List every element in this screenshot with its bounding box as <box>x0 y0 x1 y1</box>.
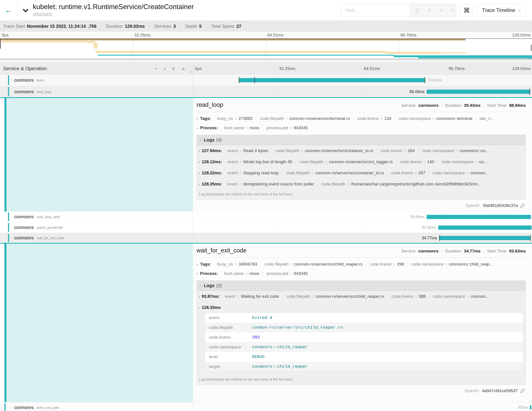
span-bar[interactable] <box>427 215 531 219</box>
trace-minimap[interactable] <box>0 39 532 59</box>
span-name-cell[interactable]: conmonrs watch_grandchild <box>0 222 193 233</box>
minimap-span-segment <box>1 41 95 43</box>
log-entry[interactable]: › 128.12ms: event=Wrote log line of leng… <box>197 156 526 167</box>
span-color-accent <box>8 75 9 85</box>
back-arrow-icon: ← <box>5 6 13 15</box>
minimap-span-segment <box>0 39 466 40</box>
span-row-wait-for-exit-code: conmonrs wait_for_exit_code 34.77ms <box>0 233 532 244</box>
expand-one-icon[interactable]: › <box>164 66 165 72</box>
minimap-spacer <box>0 59 532 63</box>
span-name-cell[interactable]: conmonrs read_loop <box>0 86 193 97</box>
minimap-scrubber-right-handle[interactable] <box>531 45 532 51</box>
find-controls: ◎ ∧ ∨ × <box>409 4 456 16</box>
minimap-span-segment <box>385 52 440 54</box>
keyboard-shortcuts-button[interactable]: ⌘ <box>460 4 473 17</box>
tags-row[interactable]: › Tags: busy_ns=34506763 code.filepath=c… <box>197 260 526 269</box>
logs-header[interactable]: › Logs (2) <box>197 281 526 291</box>
service-operation-header: Service & Operation › › » » ∥ <box>0 63 193 74</box>
chevron-right-icon: › <box>199 294 200 299</box>
detail-meta: Service:conmonrs Duration:34.77ms Start … <box>401 249 526 254</box>
span-timeline-cell[interactable]: 34.77ms <box>193 233 532 243</box>
logs-section: › Logs (4) › 127.94ms: event=Read 4 byte… <box>197 135 526 200</box>
span-timeline-cell[interactable]: 39.43ms <box>193 86 532 97</box>
log-entry-expanded-header[interactable]: › 128.33ms <box>197 302 526 311</box>
back-button[interactable]: ← <box>0 0 17 20</box>
span-bar[interactable] <box>439 236 531 240</box>
logs-footnote: Log timestamps are relative to the start… <box>197 190 526 199</box>
find-prev-icon[interactable]: ∧ <box>428 7 431 13</box>
process-row[interactable]: › Process: host.name=nixos process.pid=9… <box>197 123 526 133</box>
span-detail-read-loop: read_loop Service:conmonrs Duration:39.4… <box>0 98 532 212</box>
expand-collapse-controls: › › » » <box>155 66 185 72</box>
operation-name: read_loop_stdin <box>37 215 60 219</box>
chevron-down-icon: › <box>197 307 202 308</box>
chevron-right-icon: › <box>197 262 198 267</box>
tick-label: 96.76ms <box>400 33 417 38</box>
process-row[interactable]: › Process: host.name=nixos process.pid=9… <box>197 269 526 278</box>
span-bar[interactable] <box>530 405 531 410</box>
span-bar[interactable] <box>239 78 425 82</box>
detail-indent-column <box>0 244 193 402</box>
log-entry[interactable]: › 127.94ms: event=Read 4 bytes code.file… <box>197 145 526 156</box>
collapse-one-icon[interactable]: › <box>153 68 159 69</box>
view-selector-button[interactable]: Trace Timeline ⌄ <box>477 4 526 17</box>
log-marker <box>255 77 255 83</box>
tick-label: 0μs <box>2 33 9 38</box>
timeline-header: 0μs 32.25ms 64.51ms 96.76ms 129.02ms <box>193 63 532 74</box>
chevron-right-icon: › <box>199 148 200 153</box>
span-timeline-cell[interactable]: 39.69ms <box>193 212 532 222</box>
tick-label: 129.02ms <box>512 66 531 71</box>
tick-label: 64.51ms <box>267 33 284 38</box>
span-name-cell[interactable]: conmonrs read_loop_stdin <box>0 212 193 222</box>
copy-link-icon[interactable] <box>520 388 525 393</box>
log-entry[interactable]: › 93.87ms: event=Waiting for exit code c… <box>197 291 526 302</box>
minimap-span-segment <box>439 52 466 53</box>
tick-label: 0μs <box>195 66 202 71</box>
log-marker <box>425 77 425 83</box>
expand-all-icon[interactable]: » <box>182 66 185 72</box>
divider <box>150 24 150 29</box>
chevron-down-icon: › <box>198 139 203 141</box>
span-bar[interactable] <box>438 225 532 230</box>
detail-panel: wait_for_exit_code Service:conmonrs Dura… <box>193 244 532 402</box>
span-timeline-cell[interactable]: 70.91ms <box>193 74 532 86</box>
span-name-cell[interactable]: conmonrs write_exit_path <box>0 402 193 411</box>
column-resizer-grip[interactable]: ∥ <box>190 70 192 74</box>
span-row-listen: conmonrs listen 70.91ms <box>0 74 532 86</box>
operation-name: watch_grandchild <box>37 225 63 229</box>
find-box: ◎ ∧ ∨ × <box>341 4 456 17</box>
tags-row[interactable]: › Tags: busy_ns=273882 code.filepath=con… <box>197 114 526 123</box>
find-clear-icon[interactable]: × <box>451 7 455 13</box>
summary-depth: Depth5 <box>185 24 202 29</box>
find-next-icon[interactable]: ∨ <box>439 7 444 13</box>
trace-title-block: kubelet: runtime.v1.RuntimeService/Creat… <box>33 0 194 20</box>
detail-panel: read_loop Service:conmonrs Duration:39.4… <box>193 98 532 212</box>
collapse-trace-chevron-icon[interactable] <box>23 7 28 12</box>
copy-link-icon[interactable] <box>520 203 525 208</box>
locate-icon[interactable]: ◎ <box>415 7 419 13</box>
span-name-cell[interactable]: conmonrs listen <box>0 74 193 86</box>
log-marker <box>530 88 530 95</box>
operation-name: read_loop <box>37 90 51 94</box>
log-entry[interactable]: › 128.22ms: event=Stopping read loop cod… <box>197 167 526 178</box>
table-row: targetconmonrs::child_reaper <box>205 362 523 372</box>
selected-span-highlight <box>6 244 193 402</box>
detail-title: wait_for_exit_code <box>197 247 247 254</box>
span-color-accent <box>4 403 6 411</box>
span-timeline-cell[interactable]: 35.58ms <box>193 222 532 233</box>
divider <box>197 258 526 258</box>
minimap-tick-labels: 0μs 32.25ms 64.51ms 96.76ms 129.02ms <box>0 32 532 39</box>
logs-header[interactable]: › Logs (4) <box>197 135 526 145</box>
span-bar[interactable] <box>427 90 531 94</box>
span-timeline-cell[interactable]: 303μs <box>193 402 532 411</box>
find-input[interactable] <box>341 4 409 16</box>
minimap-span-segment <box>88 42 93 43</box>
span-row-read-loop: conmonrs read_loop 39.43ms <box>0 86 532 98</box>
chevron-right-icon: › <box>199 160 200 164</box>
log-entry[interactable]: › 128.25ms: event=deregistering event so… <box>197 178 526 190</box>
collapse-all-icon[interactable]: » <box>171 67 177 70</box>
span-name-cell[interactable]: conmonrs wait_for_exit_code <box>0 233 193 243</box>
operation-name: listen <box>37 78 44 82</box>
minimap-scrubber-left-handle[interactable] <box>0 39 1 49</box>
log-marker <box>439 235 440 241</box>
